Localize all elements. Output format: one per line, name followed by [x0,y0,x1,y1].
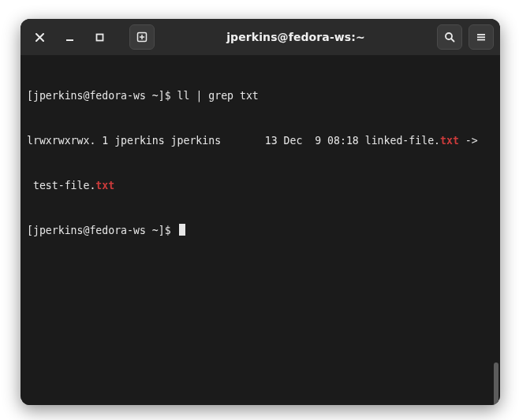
terminal-line: [jperkins@fedora-ws ~]$ ll | grep txt [27,88,494,103]
terminal-line: test-file.txt [27,178,494,193]
terminal-line: lrwxrwxrwx. 1 jperkins jperkins 13 Dec 9… [27,133,494,148]
prompt: [jperkins@fedora-ws ~]$ [27,90,177,102]
svg-rect-5 [477,36,485,38]
svg-rect-4 [477,34,485,35]
minimize-icon [65,33,74,42]
minimize-button[interactable] [57,24,82,50]
terminal-viewport[interactable]: [jperkins@fedora-ws ~]$ ll | grep txt lr… [21,55,500,405]
svg-rect-6 [477,39,485,41]
new-tab-icon [136,32,147,43]
output-text: test-file. [27,180,95,191]
scrollbar-thumb[interactable] [494,362,498,405]
terminal-window: jperkins@fedora-ws:~ [jperkins@fedora-ws… [21,19,500,405]
prompt: [jperkins@fedora-ws ~]$ [27,225,177,236]
grep-match: txt [440,135,459,147]
window-title: jperkins@fedora-ws:~ [159,31,432,43]
output-text: -> [459,135,478,147]
grep-match: txt [95,180,114,191]
search-button[interactable] [437,24,462,50]
terminal-line: [jperkins@fedora-ws ~]$ [27,223,494,238]
close-button[interactable] [27,24,52,50]
maximize-button[interactable] [87,24,112,50]
svg-rect-0 [66,39,73,41]
titlebar: jperkins@fedora-ws:~ [21,19,500,55]
output-text: lrwxrwxrwx. 1 jperkins jperkins 13 Dec 9… [27,135,440,147]
close-icon [35,33,44,42]
search-icon [444,32,455,43]
cursor [179,224,185,236]
menu-button[interactable] [469,24,494,50]
command-text: ll | grep txt [177,90,259,102]
hamburger-icon [476,32,487,43]
svg-rect-1 [96,34,103,40]
titlebar-right [437,24,494,50]
new-tab-button[interactable] [129,24,155,50]
maximize-icon [95,33,104,42]
